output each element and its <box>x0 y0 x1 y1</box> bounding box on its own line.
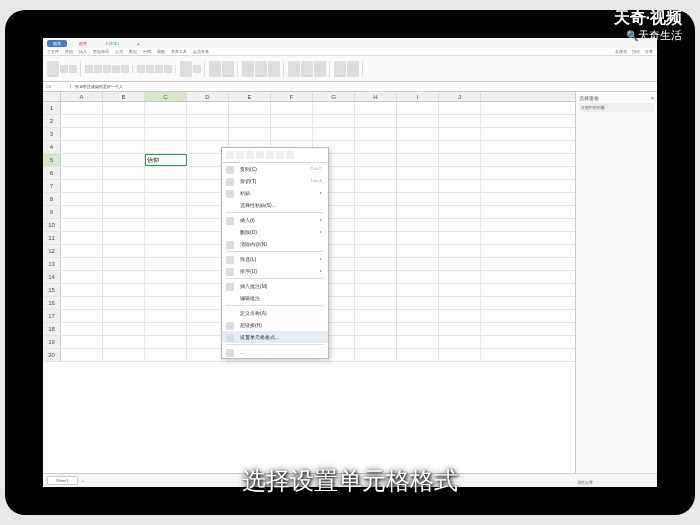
sum-icon[interactable] <box>242 61 254 77</box>
font-icon[interactable] <box>85 65 93 73</box>
menu-cut[interactable]: 剪切(T)Ctrl+X <box>222 175 328 187</box>
row-10[interactable]: 10 <box>43 219 61 231</box>
col-C[interactable]: C <box>145 92 187 101</box>
menu-insert[interactable]: 插入 <box>79 49 87 54</box>
copy-icon[interactable] <box>69 65 77 73</box>
number-icon[interactable] <box>180 61 192 77</box>
paste-icon[interactable] <box>47 61 59 77</box>
menu-sort[interactable]: 排序(U)▸ <box>222 265 328 277</box>
italic-icon[interactable] <box>103 65 111 73</box>
menu-paste-special[interactable]: 选择性粘贴(S)... <box>222 199 328 211</box>
merge-icon[interactable] <box>164 65 172 73</box>
row-15[interactable]: 15 <box>43 284 61 296</box>
menu-insert[interactable]: 插入(I)▸ <box>222 214 328 226</box>
menu-view[interactable]: 视图 <box>157 49 165 54</box>
bold-icon[interactable] <box>94 65 102 73</box>
col-D[interactable]: D <box>187 92 229 101</box>
col-E[interactable]: E <box>229 92 271 101</box>
align-left-icon[interactable] <box>137 65 145 73</box>
row-2[interactable]: 2 <box>43 115 61 127</box>
col-A[interactable]: A <box>61 92 103 101</box>
sort-icon[interactable] <box>255 61 267 77</box>
col-I[interactable]: I <box>397 92 439 101</box>
menu-data[interactable]: 数据 <box>129 49 137 54</box>
cut-icon[interactable] <box>60 65 68 73</box>
mini-size-icon[interactable] <box>236 151 244 159</box>
row-7[interactable]: 7 <box>43 180 61 192</box>
row-17[interactable]: 17 <box>43 310 61 322</box>
cell-reference[interactable]: C5 <box>43 84 71 89</box>
row-13[interactable]: 13 <box>43 258 61 270</box>
menu-dev[interactable]: 开发工具 <box>171 49 187 54</box>
row-16[interactable]: 16 <box>43 297 61 309</box>
row-9[interactable]: 9 <box>43 206 61 218</box>
menu-layout[interactable]: 页面布局 <box>93 49 109 54</box>
menu-insert-comment[interactable]: 插入批注(M) <box>222 280 328 292</box>
tab-docer[interactable]: 稻壳 <box>73 40 93 47</box>
row-5[interactable]: 5 <box>43 154 61 166</box>
mini-format-icon[interactable] <box>286 151 294 159</box>
tab-add[interactable]: + <box>131 40 145 47</box>
percent-icon[interactable] <box>193 65 201 73</box>
menu-paste[interactable]: 粘贴▸ <box>222 187 328 199</box>
btn-collab[interactable]: 协作 <box>632 49 640 54</box>
align-center-icon[interactable] <box>146 65 154 73</box>
tab-workbook[interactable]: 工作簿1 <box>99 40 125 47</box>
align-right-icon[interactable] <box>155 65 163 73</box>
row-19[interactable]: 19 <box>43 336 61 348</box>
col-F[interactable]: F <box>271 92 313 101</box>
panel-item[interactable]: 文档中的对象 <box>579 103 654 112</box>
color-icon[interactable] <box>121 65 129 73</box>
menu-file[interactable]: 三文件 <box>47 49 59 54</box>
panel-close-icon[interactable]: × <box>651 95 654 101</box>
menu-delete[interactable]: 删除(D)▸ <box>222 226 328 238</box>
btn-share[interactable]: 分享 <box>645 49 653 54</box>
menu-start[interactable]: 开始 <box>65 49 73 54</box>
cell-C5[interactable]: 信仰 <box>145 154 187 166</box>
menu-vip[interactable]: 会员专享 <box>193 49 209 54</box>
row-11[interactable]: 11 <box>43 232 61 244</box>
row-col-icon[interactable] <box>288 61 300 77</box>
select-all-corner[interactable] <box>43 92 61 101</box>
menu-define-name[interactable]: 定义名称(A) <box>222 307 328 319</box>
mini-merge-icon[interactable] <box>266 151 274 159</box>
row-18[interactable]: 18 <box>43 323 61 335</box>
col-J[interactable]: J <box>439 92 481 101</box>
row-14[interactable]: 14 <box>43 271 61 283</box>
row-20[interactable]: 20 <box>43 349 61 361</box>
menu-hyperlink[interactable]: 超链接(H) <box>222 319 328 331</box>
menu-review[interactable]: 审阅 <box>143 49 151 54</box>
row-6[interactable]: 6 <box>43 167 61 179</box>
row-3[interactable]: 3 <box>43 128 61 140</box>
menu-copy[interactable]: 复制(C)Ctrl+C <box>222 163 328 175</box>
underline-icon[interactable] <box>112 65 120 73</box>
menu-filter[interactable]: 筛选(L)▸ <box>222 253 328 265</box>
menu-edit-comment[interactable]: 编辑批注 <box>222 292 328 304</box>
freeze-icon[interactable] <box>314 61 326 77</box>
worksheet-icon[interactable] <box>301 61 313 77</box>
col-G[interactable]: G <box>313 92 355 101</box>
tab-home[interactable]: 稻壳 <box>47 40 67 47</box>
find-icon[interactable] <box>334 61 346 77</box>
mini-bold-icon[interactable] <box>246 151 254 159</box>
screen: 稻壳 稻壳 工作簿1 + 三文件 开始 插入 页面布局 公式 数据 审阅 视图 … <box>43 38 657 487</box>
row-8[interactable]: 8 <box>43 193 61 205</box>
menu-more[interactable]: ... <box>222 346 328 358</box>
table-style-icon[interactable] <box>222 61 234 77</box>
symbol-icon[interactable] <box>347 61 359 77</box>
menu-formula[interactable]: 公式 <box>115 49 123 54</box>
row-12[interactable]: 12 <box>43 245 61 257</box>
row-1[interactable]: 1 <box>43 102 61 114</box>
mini-copy-icon[interactable] <box>276 151 284 159</box>
col-B[interactable]: B <box>103 92 145 101</box>
menu-format-cells[interactable]: 设置单元格格式... <box>222 331 328 343</box>
col-H[interactable]: H <box>355 92 397 101</box>
mini-sum-icon[interactable] <box>256 151 264 159</box>
formula-content[interactable]: 第10节这该如何是好一个人 <box>71 84 127 89</box>
cond-format-icon[interactable] <box>209 61 221 77</box>
mini-font-icon[interactable] <box>226 151 234 159</box>
watermark-sub: 天奇生活 <box>626 28 682 43</box>
filter-icon[interactable] <box>268 61 280 77</box>
menu-clear[interactable]: 清除内容(N) <box>222 238 328 250</box>
row-4[interactable]: 4 <box>43 141 61 153</box>
